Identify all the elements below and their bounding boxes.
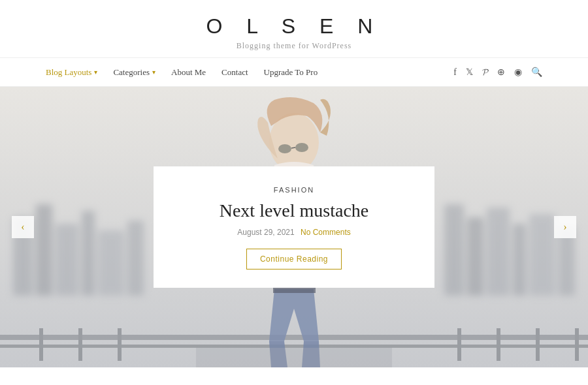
svg-rect-20 bbox=[536, 328, 540, 361]
svg-line-25 bbox=[291, 147, 295, 148]
svg-rect-26 bbox=[273, 288, 316, 293]
pinterest-icon[interactable]: 𝓟 bbox=[482, 67, 488, 78]
chevron-down-icon: ▾ bbox=[94, 58, 97, 87]
continue-reading-button[interactable]: Continue Reading bbox=[246, 249, 342, 270]
nav-item-upgrade[interactable]: Upgrade To Pro bbox=[264, 58, 318, 87]
svg-point-24 bbox=[295, 143, 308, 152]
site-tagline: Blogging theme for WordPress bbox=[0, 41, 588, 51]
slider-next-button[interactable]: › bbox=[554, 216, 576, 238]
search-icon[interactable]: 🔍 bbox=[531, 67, 542, 78]
hero-card: Fashion Next level mustache August 29, 2… bbox=[154, 166, 434, 288]
svg-rect-10 bbox=[513, 224, 526, 296]
post-category: Fashion bbox=[180, 186, 408, 194]
hero-slider: ‹ Fashion Next level mustache August 29,… bbox=[0, 87, 588, 367]
svg-rect-8 bbox=[467, 217, 483, 296]
twitter-icon[interactable]: 𝕏 bbox=[466, 67, 473, 78]
svg-rect-2 bbox=[36, 204, 52, 296]
post-comments: No Comments bbox=[301, 228, 351, 237]
post-title: Next level mustache bbox=[180, 200, 408, 221]
svg-rect-6 bbox=[127, 221, 144, 296]
svg-rect-11 bbox=[529, 214, 555, 296]
svg-rect-5 bbox=[98, 230, 124, 296]
svg-rect-7 bbox=[444, 204, 464, 296]
nav-item-categories[interactable]: Categories ▾ bbox=[113, 58, 155, 87]
post-meta: August 29, 2021 No Comments bbox=[180, 228, 408, 237]
svg-rect-16 bbox=[78, 328, 82, 361]
post-date: August 29, 2021 bbox=[237, 228, 294, 237]
svg-rect-17 bbox=[118, 328, 122, 361]
svg-rect-27 bbox=[196, 348, 392, 367]
svg-rect-3 bbox=[56, 224, 78, 296]
site-title: O L S E N bbox=[0, 14, 588, 38]
facebook-icon[interactable]: f bbox=[453, 67, 457, 78]
nav-item-about-me[interactable]: About Me bbox=[171, 58, 206, 87]
svg-rect-4 bbox=[82, 211, 95, 296]
svg-rect-19 bbox=[497, 328, 500, 361]
svg-rect-9 bbox=[487, 208, 510, 296]
svg-point-23 bbox=[278, 144, 291, 153]
nav-item-contact[interactable]: Contact bbox=[221, 58, 248, 87]
google-icon[interactable]: ⊕ bbox=[497, 67, 505, 78]
svg-rect-15 bbox=[39, 328, 43, 361]
slider-prev-button[interactable]: ‹ bbox=[12, 216, 34, 238]
svg-rect-21 bbox=[575, 328, 579, 361]
nav-right: f 𝕏 𝓟 ⊕ ◉ 🔍 bbox=[453, 67, 542, 78]
rss-icon[interactable]: ◉ bbox=[514, 67, 522, 78]
site-nav: Blog Layouts ▾ Categories ▾ About Me Con… bbox=[0, 58, 588, 87]
nav-item-blog-layouts[interactable]: Blog Layouts ▾ bbox=[46, 58, 97, 87]
svg-rect-18 bbox=[457, 328, 461, 361]
site-header: O L S E N Blogging theme for WordPress bbox=[0, 0, 588, 58]
chevron-down-icon: ▾ bbox=[152, 58, 155, 87]
nav-left: Blog Layouts ▾ Categories ▾ About Me Con… bbox=[46, 58, 318, 87]
